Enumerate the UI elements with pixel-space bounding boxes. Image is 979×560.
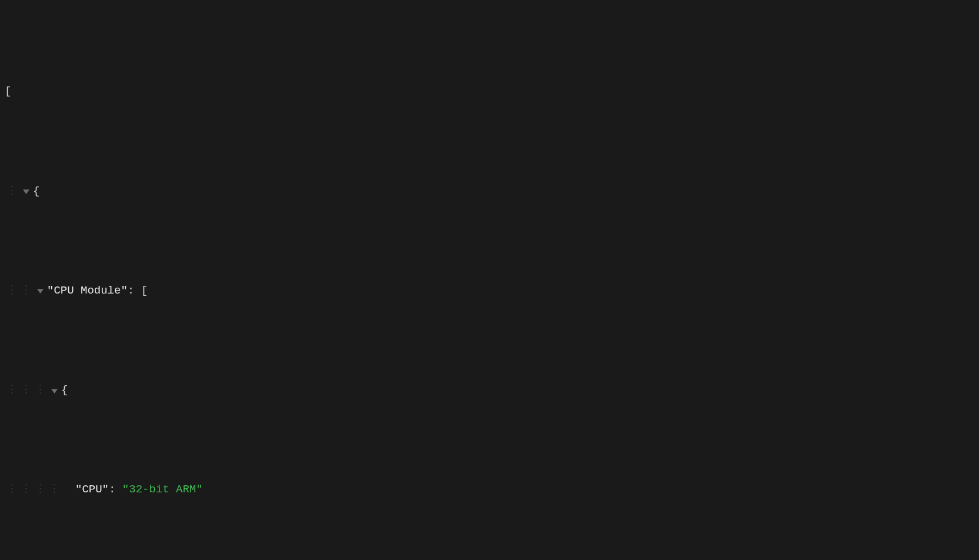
json-key: "CPU": [75, 483, 109, 496]
chevron-down-icon[interactable]: [19, 188, 33, 195]
chevron-down-icon[interactable]: [47, 388, 61, 394]
colon-bracket: : [: [128, 284, 148, 297]
indent-guide: ⋮: [5, 480, 19, 500]
indent-guide: ⋮: [19, 480, 33, 500]
chevron-down-icon[interactable]: [33, 288, 47, 294]
json-string-value: "32-bit ARM": [122, 483, 203, 496]
tree-line: [: [5, 82, 974, 102]
json-key-line: "CPU Module": [: [47, 281, 148, 301]
json-tree-viewer: [ ⋮ { ⋮ ⋮ "CPU Module": [ ⋮ ⋮ ⋮ { ⋮ ⋮ ⋮ …: [5, 2, 974, 560]
colon: :: [109, 483, 122, 496]
tree-line: ⋮ ⋮ "CPU Module": [: [5, 281, 974, 301]
bracket-open: [: [5, 82, 11, 102]
indent-guide: ⋮: [5, 281, 19, 301]
json-kv-pair: "CPU": "32-bit ARM": [75, 480, 203, 500]
brace-open: {: [61, 381, 68, 401]
indent-guide: ⋮: [19, 381, 33, 401]
indent-guide: ⋮: [19, 281, 33, 301]
tree-line: ⋮ {: [5, 182, 974, 202]
indent-guide: ⋮: [33, 480, 47, 500]
indent-guide: ⋮: [33, 381, 47, 401]
svg-marker-1: [37, 289, 44, 294]
indent-guide: ⋮: [5, 381, 19, 401]
indent-guide: ⋮: [47, 480, 61, 500]
svg-marker-2: [51, 389, 58, 394]
svg-marker-0: [23, 189, 29, 194]
indent-guide: ⋮: [5, 182, 19, 202]
json-key: "CPU Module": [47, 284, 128, 297]
tree-line: ⋮ ⋮ ⋮ {: [5, 381, 974, 401]
brace-open: {: [33, 182, 39, 202]
tree-line: ⋮ ⋮ ⋮ ⋮ "CPU": "32-bit ARM": [5, 480, 974, 500]
